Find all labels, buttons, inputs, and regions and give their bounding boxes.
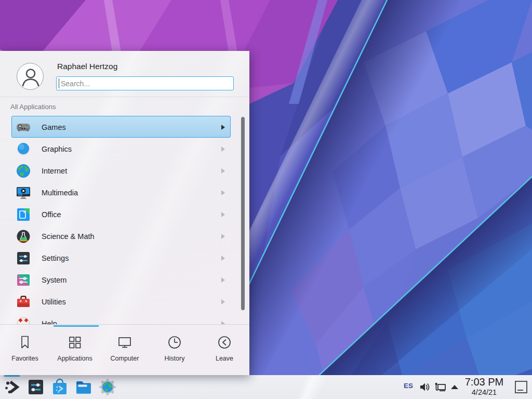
category-row-games[interactable]: Games	[11, 116, 231, 138]
clock-date: 4/24/21	[460, 388, 508, 397]
tab-label: Favorites	[11, 355, 38, 362]
volume-icon[interactable]	[419, 381, 430, 393]
multimedia-icon	[16, 185, 31, 200]
category-label: Settings	[42, 247, 69, 269]
tab-history[interactable]: History	[150, 327, 200, 375]
tab-label: Applications	[57, 355, 92, 362]
category-label: Internet	[42, 160, 67, 182]
bookmark-icon	[17, 335, 33, 350]
category-label: Help	[42, 313, 57, 324]
kickoff-launcher-menu: Raphael Hertzog All Applications Games	[0, 51, 249, 375]
tab-leave[interactable]: Leave	[200, 327, 249, 375]
submenu-arrow-icon	[221, 125, 225, 130]
tab-label: Leave	[216, 355, 233, 362]
text-cursor	[59, 78, 59, 88]
clock-time: 7:03 PM	[460, 376, 508, 388]
category-row-internet[interactable]: Internet	[11, 159, 231, 181]
tab-applications[interactable]: Applications	[50, 327, 100, 375]
launcher-active-indicator	[4, 375, 20, 377]
section-label: All Applications	[10, 103, 56, 111]
expand-arrow-icon[interactable]	[450, 384, 459, 390]
category-row-system[interactable]: System	[11, 269, 231, 290]
submenu-arrow-icon	[221, 299, 225, 304]
tab-computer[interactable]: Computer	[100, 327, 150, 375]
person-icon	[17, 63, 44, 90]
category-label: Graphics	[42, 138, 72, 160]
monitor-icon	[117, 335, 132, 350]
show-desktop-button[interactable]	[514, 380, 528, 394]
search-input[interactable]	[56, 76, 234, 90]
category-row-science[interactable]: Science & Math	[11, 225, 231, 247]
category-row-graphics[interactable]: Graphics	[11, 138, 231, 159]
browser-icon[interactable]	[99, 378, 116, 396]
system-icon	[16, 273, 31, 287]
submenu-arrow-icon	[221, 277, 225, 283]
submenu-arrow-icon	[221, 256, 225, 261]
submenu-arrow-icon	[221, 212, 225, 217]
category-label: Science & Math	[42, 225, 95, 247]
system-settings-icon[interactable]	[27, 378, 45, 396]
taskbar-panel: ES 7:03 PM 4/24/21	[0, 375, 532, 399]
category-label: Office	[42, 204, 61, 225]
toolbox-icon	[16, 295, 31, 309]
lifebuoy-icon	[16, 316, 31, 324]
tab-favorites[interactable]: Favorites	[0, 327, 50, 375]
user-name: Raphael Hertzog	[57, 62, 117, 71]
sphere-icon	[16, 142, 31, 156]
keyboard-layout-indicator[interactable]: ES	[404, 382, 413, 390]
grid-icon	[67, 335, 83, 350]
gamepad-icon	[16, 120, 31, 135]
kickoff-tab-bar: Favorites Applications Computer	[0, 327, 249, 375]
category-row-utilities[interactable]: Utilities	[11, 290, 231, 312]
application-category-list: Games Graphics Internet	[0, 116, 249, 324]
user-avatar[interactable]	[17, 63, 44, 90]
kde-launcher-icon[interactable]	[3, 378, 21, 396]
discover-icon[interactable]	[51, 378, 69, 396]
category-row-office[interactable]: Office	[11, 203, 231, 225]
header-divider	[0, 97, 249, 97]
network-icon[interactable]	[434, 381, 447, 393]
footer-divider	[0, 324, 249, 325]
settings-icon	[16, 251, 31, 265]
globe-icon	[16, 164, 31, 178]
menu-header: Raphael Hertzog	[0, 51, 249, 97]
file-manager-icon[interactable]	[75, 378, 92, 396]
category-row-help[interactable]: Help	[11, 312, 231, 324]
leave-icon	[217, 335, 232, 350]
flask-icon	[16, 229, 31, 244]
submenu-arrow-icon	[221, 234, 225, 239]
category-row-settings[interactable]: Settings	[11, 247, 231, 269]
category-row-multimedia[interactable]: Multimedia	[11, 181, 231, 203]
digital-clock[interactable]: 7:03 PM 4/24/21	[460, 376, 508, 397]
office-icon	[16, 207, 31, 222]
category-label: Multimedia	[42, 182, 78, 204]
category-label: Games	[42, 116, 66, 138]
tab-label: History	[165, 355, 185, 362]
clock-icon	[167, 335, 182, 350]
tab-label: Computer	[111, 355, 139, 362]
submenu-arrow-icon	[221, 168, 225, 174]
category-label: System	[42, 269, 66, 291]
category-label: Utilities	[42, 291, 66, 313]
submenu-arrow-icon	[221, 147, 225, 152]
list-scrollbar[interactable]	[241, 117, 245, 310]
submenu-arrow-icon	[221, 190, 225, 195]
